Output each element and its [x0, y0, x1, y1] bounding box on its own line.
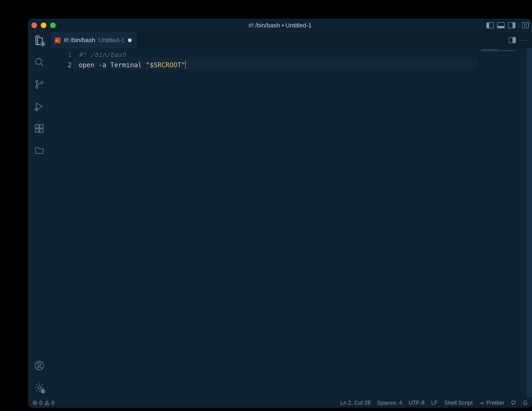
warning-icon [44, 400, 49, 405]
title-bar-actions [486, 22, 529, 29]
divider [519, 22, 519, 29]
svg-rect-7 [36, 129, 39, 132]
title-bar: #! /bin/bash • Untitled-1 [28, 19, 532, 32]
svg-point-12 [38, 386, 41, 389]
notifications-bell-icon[interactable] [523, 400, 528, 405]
toggle-panel-icon[interactable] [497, 22, 505, 28]
editor-group: >_ #! /bin/bash Untitled-1 ··· 1 2 #! [51, 32, 532, 397]
prettier-check-icon [479, 400, 484, 405]
svg-point-3 [36, 86, 38, 88]
svg-rect-6 [36, 125, 39, 128]
svg-rect-8 [40, 129, 43, 132]
warning-count: 0 [51, 400, 54, 406]
problems-status[interactable]: 0 0 [32, 400, 55, 406]
svg-point-11 [38, 363, 41, 366]
customize-layout-icon[interactable] [522, 22, 529, 28]
split-editor-icon[interactable] [509, 37, 516, 43]
run-debug-icon[interactable] [34, 101, 45, 112]
minimap[interactable] [480, 48, 526, 397]
code-area[interactable]: #! /bin/bash open -a Terminal "$SRCROOT" [79, 48, 480, 397]
search-icon[interactable] [34, 57, 45, 68]
error-icon [32, 400, 38, 405]
svg-rect-9 [40, 125, 43, 128]
source-control-icon[interactable] [34, 79, 45, 90]
unsaved-indicator-icon [128, 39, 132, 42]
tab-filename: Untitled-1 [98, 37, 124, 44]
vertical-scrollbar[interactable] [526, 48, 532, 397]
tab-bar: >_ #! /bin/bash Untitled-1 ··· [51, 32, 532, 48]
tab-untitled-1[interactable]: >_ #! /bin/bash Untitled-1 [51, 32, 137, 48]
accounts-icon[interactable] [34, 360, 45, 371]
formatter-status[interactable]: Prettier [479, 400, 504, 406]
window-title: #! /bin/bash • Untitled-1 [248, 22, 311, 29]
svg-point-0 [36, 59, 42, 65]
svg-point-2 [36, 80, 38, 82]
current-line-highlight [74, 59, 477, 69]
folder-icon[interactable] [34, 145, 45, 156]
editor-window: #! /bin/bash • Untitled-1 1 [28, 19, 532, 408]
svg-point-4 [41, 82, 43, 84]
explorer-icon[interactable]: 1 [34, 35, 45, 46]
error-count: 0 [39, 400, 42, 406]
more-actions-icon[interactable]: ··· [521, 36, 528, 44]
settings-gear-icon[interactable]: 1 [34, 382, 45, 393]
editor-actions: ··· [509, 32, 532, 48]
svg-line-1 [41, 64, 43, 66]
formatter-label: Prettier [486, 400, 504, 406]
feedback-icon[interactable] [511, 400, 516, 405]
svg-point-17 [47, 404, 47, 404]
toggle-primary-sidebar-icon[interactable] [486, 22, 494, 28]
language-mode-status[interactable]: Shell Script [444, 400, 473, 406]
encoding-status[interactable]: UTF-8 [408, 400, 425, 406]
activity-bar: 1 1 [28, 32, 51, 397]
editor[interactable]: 1 2 #! /bin/bash open -a Terminal "$SRCR… [51, 48, 532, 397]
maximize-window-button[interactable] [50, 22, 56, 28]
eol-status[interactable]: LF [431, 400, 438, 406]
tab-language-label: #! /bin/bash [64, 37, 95, 44]
explorer-badge: 1 [40, 41, 45, 46]
close-window-button[interactable] [31, 22, 37, 28]
status-bar: 0 0 Ln 2, Col 28 Spaces: 4 UTF-8 LF Shel… [28, 397, 532, 408]
cursor-position-status[interactable]: Ln 2, Col 28 [340, 400, 370, 406]
minimize-window-button[interactable] [41, 22, 46, 28]
comment-token: #! /bin/bash [79, 51, 126, 59]
line-number-gutter: 1 2 [51, 48, 79, 397]
extensions-icon[interactable] [34, 123, 45, 134]
window-body: 1 1 [28, 32, 532, 397]
shell-file-icon: >_ [55, 38, 60, 43]
settings-badge: 1 [40, 389, 45, 394]
toggle-secondary-sidebar-icon[interactable] [508, 22, 515, 28]
window-controls [31, 22, 56, 28]
indentation-status[interactable]: Spaces: 4 [377, 400, 402, 406]
